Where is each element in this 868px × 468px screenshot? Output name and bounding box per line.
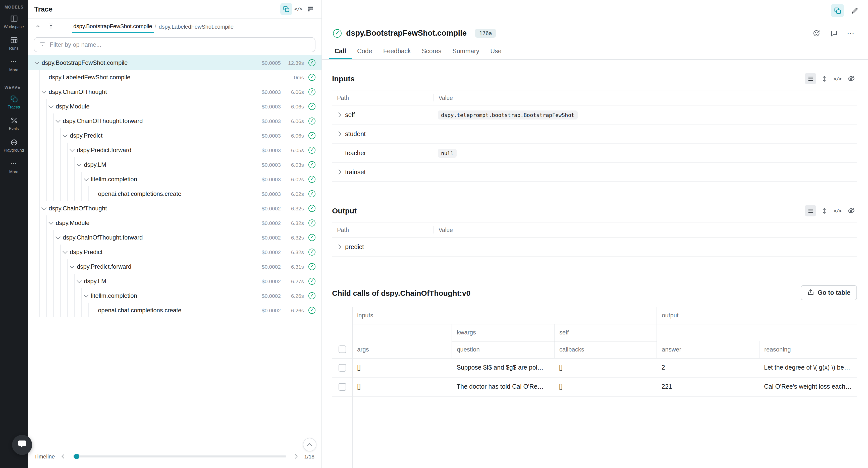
- toggle-trace-panel-button[interactable]: [831, 4, 844, 17]
- child-call-row[interactable]: [] Suppose $f$ and $g$ are pol… [] 2 Let…: [332, 358, 857, 377]
- sidebar-item-playground[interactable]: Playground: [0, 134, 28, 156]
- value-chip: null: [438, 148, 457, 157]
- child-call-row[interactable]: [] The doctor has told Cal O'Re… [] 221 …: [332, 377, 857, 396]
- op-cost: $0.0003: [254, 191, 281, 196]
- collapse-timeline-button[interactable]: [303, 438, 316, 451]
- breadcrumb-item[interactable]: dspy.LabeledFewShot.compile: [157, 20, 235, 32]
- select-all-checkbox[interactable]: [338, 346, 346, 353]
- trace-tree-row[interactable]: dspy.ChainOfThought $0.0002 6.32s: [28, 201, 321, 215]
- trace-panel-title: Trace: [34, 5, 53, 13]
- expand-row-button[interactable]: [332, 132, 345, 135]
- collapse-stack-button[interactable]: [32, 20, 44, 32]
- chevron-down-icon[interactable]: [48, 103, 53, 108]
- row-checkbox[interactable]: [338, 383, 346, 391]
- question-column-header[interactable]: question: [452, 341, 554, 358]
- chevron-down-icon[interactable]: [83, 292, 88, 297]
- chevron-down-icon[interactable]: [76, 161, 82, 166]
- trace-tree-row[interactable]: openai.chat.completions.create $0.0003 6…: [28, 186, 321, 201]
- chevron-down-icon[interactable]: [76, 278, 82, 283]
- overflow-menu-button[interactable]: ⋯: [845, 27, 857, 39]
- expand-row-button[interactable]: [332, 170, 345, 174]
- trace-tree-row[interactable]: dspy.Predict $0.0003 6.06s: [28, 128, 321, 143]
- trace-tree-row[interactable]: openai.chat.completions.create $0.0002 6…: [28, 303, 321, 317]
- chevron-down-icon[interactable]: [41, 205, 46, 210]
- expand-row-button[interactable]: [332, 113, 345, 117]
- args-column-header[interactable]: args: [352, 341, 452, 358]
- op-name: dspy.LM: [84, 161, 254, 168]
- tab-feedback[interactable]: Feedback: [378, 44, 416, 59]
- row-checkbox[interactable]: [338, 364, 346, 371]
- code-view-button[interactable]: </>: [292, 3, 304, 15]
- trace-tree-row[interactable]: dspy.Predict.forward $0.0003 6.05s: [28, 143, 321, 157]
- list-view-icon[interactable]: [805, 205, 816, 216]
- expand-row-button[interactable]: [332, 151, 345, 155]
- expand-all-icon[interactable]: [818, 205, 830, 216]
- timeline-next-icon[interactable]: [290, 452, 300, 461]
- edit-icon[interactable]: [848, 4, 861, 17]
- op-filter-input[interactable]: [50, 41, 310, 48]
- flame-graph-button[interactable]: [304, 3, 316, 15]
- success-icon: [308, 219, 315, 226]
- tab-summary[interactable]: Summary: [447, 44, 485, 59]
- chevron-down-icon[interactable]: [55, 118, 60, 123]
- trace-tree-row[interactable]: litellm.completion $0.0002 6.26s: [28, 288, 321, 303]
- hide-values-icon[interactable]: [845, 73, 857, 84]
- chevron-down-icon[interactable]: [69, 147, 74, 152]
- op-duration: 12.39s: [281, 60, 304, 65]
- chevron-down-icon[interactable]: [62, 132, 67, 137]
- trace-tree-row[interactable]: dspy.Module $0.0002 6.32s: [28, 215, 321, 230]
- trace-panel-header: Trace </>: [28, 0, 321, 18]
- trace-tree-row[interactable]: dspy.LabeledFewShot.compile 0ms: [28, 70, 321, 84]
- inputs-toolbar: </>: [805, 73, 857, 84]
- chevron-down-icon[interactable]: [41, 88, 46, 93]
- version-badge[interactable]: 176a: [475, 29, 496, 38]
- go-to-table-button[interactable]: Go to table: [800, 285, 857, 300]
- tab-call[interactable]: Call: [329, 44, 352, 59]
- tree-view-button[interactable]: [280, 3, 292, 15]
- trace-tree-row[interactable]: dspy.ChainOfThought.forward $0.0003 6.06…: [28, 114, 321, 128]
- list-view-icon[interactable]: [805, 73, 816, 84]
- expand-row-button[interactable]: [332, 245, 345, 249]
- timeline-slider-handle[interactable]: [74, 454, 80, 459]
- chevron-down-icon[interactable]: [48, 219, 53, 224]
- tab-code[interactable]: Code: [352, 44, 378, 59]
- chevron-down-icon[interactable]: [83, 176, 88, 181]
- op-duration: 6.26s: [281, 307, 304, 313]
- breadcrumb-item-active[interactable]: dspy.BootstrapFewShot.compile: [72, 20, 154, 33]
- trace-tree-row[interactable]: dspy.Module $0.0003 6.06s: [28, 99, 321, 114]
- chevron-down-icon[interactable]: [69, 263, 74, 268]
- timeline-prev-icon[interactable]: [59, 452, 68, 461]
- trace-tree-row[interactable]: dspy.Predict.forward $0.0002 6.31s: [28, 259, 321, 274]
- hide-values-icon[interactable]: [845, 205, 857, 216]
- code-view-icon[interactable]: </>: [832, 73, 843, 84]
- sidebar-item-workspace[interactable]: Workspace: [0, 10, 28, 32]
- jump-to-parent-button[interactable]: [45, 20, 57, 32]
- tab-use[interactable]: Use: [485, 44, 507, 59]
- help-chat-button[interactable]: [12, 435, 32, 455]
- timeline-slider[interactable]: [73, 456, 286, 458]
- trace-tree-row[interactable]: dspy.ChainOfThought.forward $0.0002 6.32…: [28, 230, 321, 245]
- trace-tree-row[interactable]: dspy.BootstrapFewShot.compile $0.0005 12…: [28, 55, 321, 70]
- answer-column-header[interactable]: answer: [656, 341, 759, 358]
- sidebar-item-more-weave[interactable]: ⋯ More: [0, 156, 28, 177]
- trace-tree-row[interactable]: dspy.Predict $0.0002 6.32s: [28, 245, 321, 259]
- sidebar-item-runs[interactable]: Runs: [0, 32, 28, 54]
- trace-tree-row[interactable]: litellm.completion $0.0003 6.02s: [28, 172, 321, 186]
- trace-tree-row[interactable]: dspy.ChainOfThought $0.0003 6.06s: [28, 84, 321, 99]
- add-reaction-button[interactable]: [811, 27, 823, 39]
- comment-button[interactable]: [828, 27, 840, 39]
- trace-tree-row[interactable]: dspy.LM $0.0002 6.27s: [28, 274, 321, 288]
- sidebar-item-evals[interactable]: Evals: [0, 113, 28, 134]
- code-view-icon[interactable]: </>: [832, 205, 843, 216]
- chevron-down-icon[interactable]: [62, 249, 67, 254]
- reasoning-column-header[interactable]: reasoning: [759, 341, 857, 358]
- sidebar-item-traces[interactable]: Traces: [0, 91, 28, 113]
- chevron-down-icon[interactable]: [34, 59, 39, 64]
- trace-tree-row[interactable]: dspy.LM $0.0003 6.03s: [28, 157, 321, 172]
- op-name: dspy.Module: [56, 103, 254, 110]
- expand-all-icon[interactable]: [818, 73, 830, 84]
- chevron-down-icon[interactable]: [55, 234, 60, 239]
- sidebar-item-more-models[interactable]: ⋯ More: [0, 54, 28, 75]
- tab-scores[interactable]: Scores: [416, 44, 447, 59]
- callbacks-column-header[interactable]: callbacks: [554, 341, 656, 358]
